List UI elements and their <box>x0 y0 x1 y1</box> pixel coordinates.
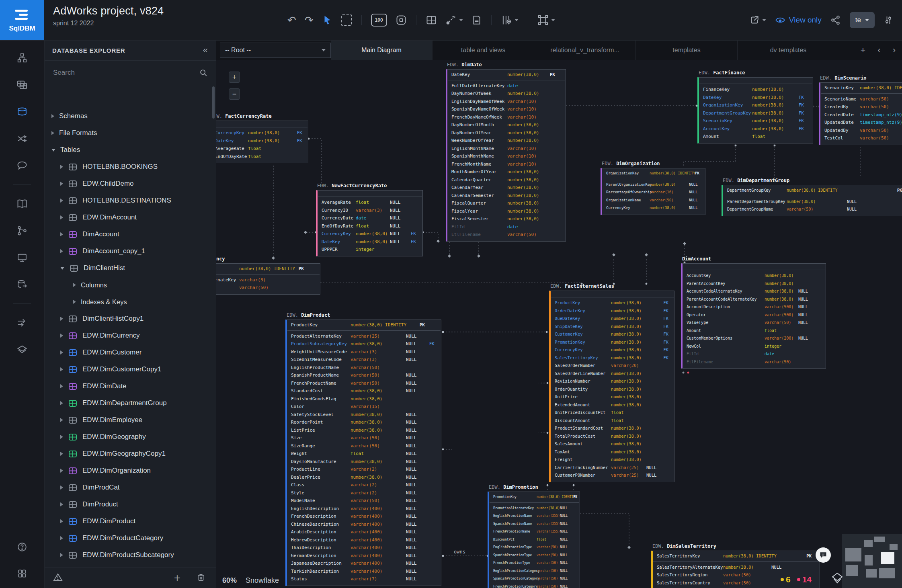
diagram-table-DimPromotion[interactable]: EDW. DimPromotionPromotionKeynumber(38,0… <box>488 484 580 588</box>
chevron-right-icon[interactable] <box>60 317 63 321</box>
root-selector[interactable]: -- Root -- <box>220 43 331 58</box>
tree-item-dimclienthistcopy1[interactable]: DimClientHistCopy1 <box>44 310 216 327</box>
chevron-right-icon[interactable] <box>60 401 63 405</box>
user-menu-button[interactable]: te <box>850 12 875 28</box>
pipes-icon[interactable] <box>501 14 519 26</box>
diagram-table-DimScenario[interactable]: EDW. DimScenarioScenarioKeynumber(38,0) … <box>819 74 902 145</box>
diagram-table-DimOrganization[interactable]: EDW. DimOrganizationOrganizationKeynumbe… <box>601 160 705 215</box>
nav-diagram-icon[interactable] <box>13 49 31 67</box>
chevron-right-icon[interactable] <box>60 502 63 506</box>
diagram-table-DimAccount[interactable]: DimAccountAccountKeynumber(38,0)ParentAc… <box>681 255 826 369</box>
tree-item-hotelbnb-bookings[interactable]: HOTELBNB.BOOKINGS <box>44 158 216 175</box>
undo-icon[interactable]: ↶ <box>287 15 296 25</box>
nav-docs-icon[interactable] <box>13 195 31 213</box>
tab-templates[interactable]: templates <box>636 40 738 60</box>
tree-item-edw-dimcurrency[interactable]: EDW.DimCurrency <box>44 327 216 344</box>
chevron-down-icon[interactable] <box>51 149 55 152</box>
chevron-right-icon[interactable] <box>60 486 63 490</box>
share-icon[interactable] <box>830 15 841 25</box>
zoom-out-button[interactable]: − <box>229 88 240 100</box>
tree-item-edw-dimgeography[interactable]: EDW.DimGeography <box>44 428 216 445</box>
explorer-scrollbar[interactable] <box>212 86 215 119</box>
tree-item-tables[interactable]: Tables <box>44 141 216 158</box>
chevron-right-icon[interactable] <box>60 536 63 540</box>
chevron-right-icon[interactable] <box>60 232 63 236</box>
nav-database-icon[interactable] <box>13 103 31 121</box>
tree-item-dimaccount-copy-1[interactable]: DimAccount_copy_1 <box>44 243 216 260</box>
zoom-in-button[interactable]: + <box>229 72 240 83</box>
tree-item-edw-dimcustomer[interactable]: EDW.DimCustomer <box>44 344 216 361</box>
tree-item-columns[interactable]: Columns <box>44 277 216 293</box>
view-only-indicator[interactable]: View only <box>775 15 822 25</box>
chevron-right-icon[interactable] <box>60 334 63 338</box>
chevron-right-icon[interactable] <box>73 300 76 304</box>
chevron-right-icon[interactable] <box>60 350 63 354</box>
chevron-right-icon[interactable] <box>60 553 63 557</box>
export-icon[interactable] <box>749 15 766 25</box>
tab-dv-templates[interactable]: dv templates <box>738 40 839 60</box>
diagram-table-DimCurrency[interactable]: EDW. DimCurrencyCurrencyKeynumber(38,0) … <box>216 255 320 295</box>
tree-item-edw-dimaccount[interactable]: EDW.DimAccount <box>44 209 216 226</box>
chevron-right-icon[interactable] <box>60 367 63 371</box>
scroll-tabs-left-icon[interactable]: ‹ <box>877 45 880 55</box>
chevron-right-icon[interactable] <box>73 283 76 287</box>
diagram-table-FactFinance[interactable]: EDW. FactFinanceFinanceKeynumber(38,0)Da… <box>697 69 813 143</box>
badge-count[interactable]: 6 <box>781 575 791 584</box>
nav-relationships-icon[interactable] <box>13 130 31 148</box>
tab-relational-v-transform-[interactable]: relational_v_transform... <box>534 40 636 60</box>
tree-item-edw-dimdate[interactable]: EDW.DimDate <box>44 378 216 395</box>
tree-item-edw-dimemployee[interactable]: EDW.DimEmployee <box>44 412 216 428</box>
tree-item-dimclienthist[interactable]: DimClientHist <box>44 260 216 277</box>
chevron-right-icon[interactable] <box>60 249 63 253</box>
tree-item-file-formats[interactable]: File Formats <box>44 125 216 141</box>
add-tab-button[interactable]: + <box>860 45 865 55</box>
tab-table-and-views[interactable]: table and views <box>433 40 534 60</box>
nav-frame-icon[interactable] <box>13 249 31 266</box>
delete-object-button[interactable] <box>197 572 205 584</box>
nav-comments-icon[interactable] <box>13 157 31 174</box>
sqldbm-logo[interactable]: SqlDBM <box>0 0 44 40</box>
chevron-right-icon[interactable] <box>60 452 63 456</box>
diagram-table-DimProduct[interactable]: EDW. DimProductProductKeynumber(38,0) ID… <box>285 311 441 586</box>
tree-item-dimprodcat[interactable]: DimProdCat <box>44 479 216 496</box>
tree-item-edw-dimproductcategory[interactable]: EDW.DimProductCategory <box>44 530 216 547</box>
nav-tables-icon[interactable] <box>13 76 31 94</box>
redo-icon[interactable]: ↷ <box>305 15 314 25</box>
tree-item-edw-dimproduct[interactable]: EDW.DimProduct <box>44 513 216 530</box>
tree-item-hotelbnb-destinations[interactable]: HOTELBNB.DESTINATIONS <box>44 192 216 209</box>
tree-item-dimaccount[interactable]: DimAccount <box>44 226 216 243</box>
connector-icon[interactable] <box>445 14 463 26</box>
tree-item-edw-childdemo[interactable]: EDW.ChildDemo <box>44 175 216 192</box>
chevron-right-icon[interactable] <box>60 435 63 439</box>
layers-diamond-icon[interactable] <box>831 572 844 586</box>
frame-icon[interactable] <box>537 14 555 26</box>
comments-fab[interactable] <box>816 547 831 563</box>
nav-db-export-icon[interactable] <box>13 276 31 293</box>
diagram-table-DimDepartmentGroup[interactable]: EDW. DimDepartmentGroupDepartmentGroupKe… <box>722 177 902 216</box>
tab-main-diagram[interactable]: Main Diagram <box>331 40 433 60</box>
chevron-right-icon[interactable] <box>60 215 63 219</box>
chevron-right-icon[interactable] <box>60 519 63 523</box>
diagram-table-DimDate[interactable]: EDW. DimDateDateKeynumber(38,0)PKFullDat… <box>446 61 566 242</box>
diagram-canvas[interactable]: + − owns 60% Snowflake 614 EDW. FactCurr… <box>216 60 902 588</box>
badge-count[interactable]: 14 <box>797 575 812 584</box>
nav-versions-icon[interactable] <box>13 222 31 240</box>
diagram-table-FactInternetSales[interactable]: EDW. FactInternetSalesProductKeynumber(3… <box>549 283 674 482</box>
chevron-right-icon[interactable] <box>60 199 63 203</box>
marquee-icon[interactable] <box>341 14 352 26</box>
tree-item-edw-dimgeographycopy1[interactable]: EDW.DimGeographyCopy1 <box>44 445 216 462</box>
project-title[interactable]: AdWorks project, v824 <box>53 5 164 17</box>
chevron-right-icon[interactable] <box>60 165 63 169</box>
nav-apps-icon[interactable] <box>13 565 31 582</box>
chevron-right-icon[interactable] <box>51 114 54 118</box>
grid-icon[interactable] <box>426 14 437 26</box>
settings-sliders-icon[interactable] <box>884 15 893 25</box>
tree-item-dimproduct[interactable]: DimProduct <box>44 496 216 513</box>
fit-box-icon[interactable] <box>396 14 407 26</box>
chevron-right-icon[interactable] <box>60 182 63 186</box>
search-input[interactable] <box>52 68 199 77</box>
note-icon[interactable] <box>472 14 482 26</box>
diagram-table-NewFactCurrencyRate[interactable]: EDW. NewFactCurrencyRateAverageRatefloat… <box>316 182 423 256</box>
tree-item-edw-dimproductsubcategory[interactable]: EDW.DimProductSubcategory <box>44 547 216 563</box>
chevron-right-icon[interactable] <box>51 131 54 135</box>
